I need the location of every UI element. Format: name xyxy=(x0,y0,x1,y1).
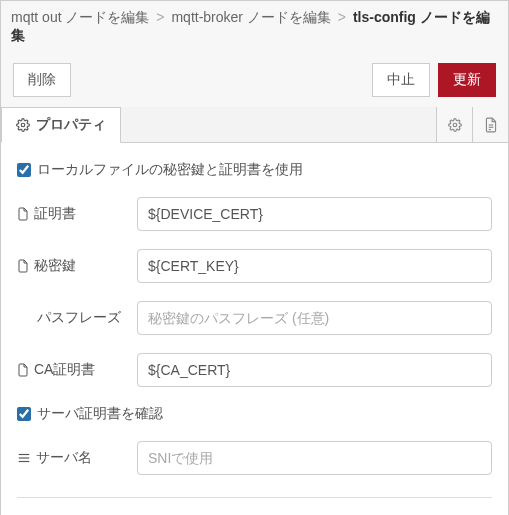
tab-settings-button[interactable] xyxy=(436,107,472,142)
key-row: 秘密鍵 xyxy=(17,249,492,283)
key-label: 秘密鍵 xyxy=(17,257,137,275)
use-local-files-row: ローカルファイルの秘密鍵と証明書を使用 xyxy=(17,161,492,179)
delete-button[interactable]: 削除 xyxy=(13,63,71,97)
breadcrumb-item[interactable]: mqtt-broker ノードを編集 xyxy=(171,9,330,25)
tab-label: プロパティ xyxy=(36,116,106,134)
ca-label: CA証明書 xyxy=(17,361,137,379)
servername-input[interactable] xyxy=(137,441,492,475)
breadcrumb-item[interactable]: mqtt out ノードを編集 xyxy=(11,9,149,25)
ca-input[interactable] xyxy=(137,353,492,387)
editor-panel: mqtt out ノードを編集 > mqtt-broker ノードを編集 > t… xyxy=(0,0,509,515)
tabs-row: プロパティ xyxy=(1,107,508,143)
update-button[interactable]: 更新 xyxy=(438,63,496,97)
cert-label: 証明書 xyxy=(17,205,137,223)
cert-row: 証明書 xyxy=(17,197,492,231)
svg-point-1 xyxy=(453,123,457,127)
file-icon xyxy=(17,363,29,377)
verify-server-row: サーバ証明書を確認 xyxy=(17,405,492,423)
servername-label: サーバ名 xyxy=(17,449,137,467)
document-icon xyxy=(484,117,498,133)
servername-row: サーバ名 xyxy=(17,441,492,475)
key-input[interactable] xyxy=(137,249,492,283)
list-icon xyxy=(17,452,31,464)
passphrase-input[interactable] xyxy=(137,301,492,335)
ca-row: CA証明書 xyxy=(17,353,492,387)
breadcrumb: mqtt out ノードを編集 > mqtt-broker ノードを編集 > t… xyxy=(1,1,508,53)
verify-server-checkbox[interactable] xyxy=(17,407,31,421)
verify-server-label: サーバ証明書を確認 xyxy=(37,405,163,423)
breadcrumb-separator: > xyxy=(338,9,346,25)
svg-point-0 xyxy=(21,123,25,127)
form-area: ローカルファイルの秘密鍵と証明書を使用 証明書 秘密鍵 パスフレーズ xyxy=(1,143,508,515)
divider xyxy=(17,497,492,498)
tab-docs-button[interactable] xyxy=(472,107,508,142)
use-local-files-label: ローカルファイルの秘密鍵と証明書を使用 xyxy=(37,161,303,179)
file-icon xyxy=(17,259,29,273)
gear-icon xyxy=(448,118,462,132)
toolbar: 削除 中止 更新 xyxy=(1,53,508,107)
tab-properties[interactable]: プロパティ xyxy=(1,107,121,143)
use-local-files-checkbox[interactable] xyxy=(17,163,31,177)
file-icon xyxy=(17,207,29,221)
passphrase-row: パスフレーズ xyxy=(17,301,492,335)
breadcrumb-separator: > xyxy=(156,9,164,25)
cancel-button[interactable]: 中止 xyxy=(372,63,430,97)
cert-input[interactable] xyxy=(137,197,492,231)
passphrase-label: パスフレーズ xyxy=(17,309,137,327)
gear-icon xyxy=(16,118,30,132)
